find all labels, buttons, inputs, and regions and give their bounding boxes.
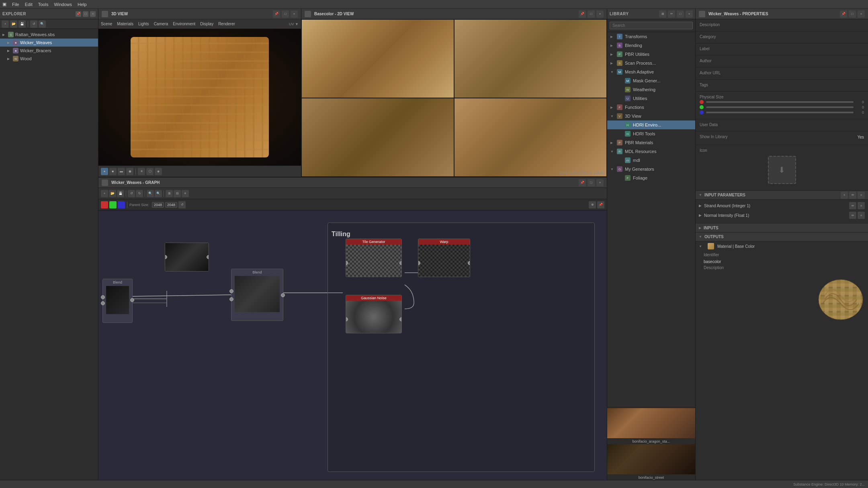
lib-item-blending[interactable]: ▶ B Blending	[607, 41, 695, 50]
lib-item-mdl[interactable]: m mdl	[607, 156, 695, 165]
lib-item-hdri-environ[interactable]: H HDRI Enviro...	[607, 120, 695, 129]
menu-tools[interactable]: Tools	[38, 2, 49, 7]
lib-thumb-1[interactable]: bonifacio_aragon_sta...	[607, 408, 695, 444]
tree-item-wicker-bracers[interactable]: ▶ ■ Wicker_Bracers	[0, 47, 98, 55]
library-tb-1[interactable]: ⊞	[659, 10, 666, 18]
blend-node-2[interactable]: Blend	[231, 269, 283, 321]
view-3d-menu-environment[interactable]: Environment	[173, 22, 195, 26]
props-size-z-slider[interactable]	[706, 112, 854, 113]
view-3d-menu-camera[interactable]: Camera	[154, 22, 168, 26]
explorer-new-btn[interactable]: +	[2, 20, 9, 28]
graph-tb-zoomin[interactable]: 🔍	[147, 190, 154, 197]
graph-tb-save[interactable]: 💾	[117, 190, 124, 197]
tree-item-wicker-weaves[interactable]: ▶ ■ Wicker_Weaves	[0, 39, 98, 47]
explorer-save-btn[interactable]: 💾	[18, 20, 26, 28]
blend1-in1[interactable]	[101, 295, 105, 299]
view-3d-menu-materials[interactable]: Materials	[117, 22, 133, 26]
input-params-del[interactable]: ×	[858, 192, 865, 199]
graph-tb-color2[interactable]	[109, 201, 117, 208]
lib-item-transforms[interactable]: ▶ T Transforms	[607, 32, 695, 41]
lib-item-scan[interactable]: ▶ S Scan Process...	[607, 59, 695, 67]
graph-tb-undo[interactable]: ↺	[128, 190, 135, 197]
graph-canvas[interactable]: Tilling Blend	[98, 210, 607, 480]
lib-item-hdri-tools[interactable]: H HDRI Tools	[607, 129, 695, 138]
graph-tb-new[interactable]: +	[101, 190, 108, 197]
props-size-y-slider[interactable]	[706, 106, 854, 108]
explorer-close-icon[interactable]: ×	[90, 11, 96, 17]
view-3d-tb-sphere[interactable]: ●	[101, 168, 108, 175]
lib-item-utilities[interactable]: U Utilities	[607, 94, 695, 103]
graph-node-tile-gen[interactable]: Tile Generator	[346, 239, 402, 277]
blend1-out[interactable]	[130, 298, 134, 302]
graph-float[interactable]: □	[588, 179, 595, 186]
menu-edit[interactable]: Edit	[25, 2, 33, 7]
graph-tb-zoomout[interactable]: 🔍	[155, 190, 162, 197]
blend2-in2[interactable]	[229, 297, 233, 301]
view-3d-menu-lights[interactable]: Lights	[138, 22, 149, 26]
graph-tb-pin[interactable]: 📌	[597, 201, 604, 208]
lib-thumb-2[interactable]: bonifacio_street	[607, 444, 695, 480]
tree-item-wood[interactable]: ▶ W Wood	[0, 55, 98, 63]
explorer-pin-icon[interactable]: 📌	[76, 11, 81, 17]
input-params-add[interactable]: +	[841, 192, 848, 199]
menu-windows[interactable]: Windows	[54, 2, 72, 7]
graph-parent-size-dropdown[interactable]: 2048	[152, 202, 164, 208]
graph-pin[interactable]: 📌	[579, 179, 586, 186]
props-size-x-slider[interactable]	[706, 101, 854, 103]
lib-item-mask-gen[interactable]: M Mask Gener...	[607, 76, 695, 85]
explorer-search-btn[interactable]: 🔍	[39, 20, 46, 28]
view-3d-tb-env[interactable]: ☀	[138, 168, 145, 175]
input-params-edit[interactable]: ✏	[849, 192, 856, 199]
view-3d-content[interactable]	[98, 29, 301, 165]
library-close[interactable]: ×	[686, 10, 693, 18]
lib-item-functions[interactable]: ▶ F Functions	[607, 103, 695, 112]
graph-tb-redo[interactable]: ↻	[136, 190, 143, 197]
view-2d-content[interactable]: 2048 x 2048 (RGBA, 16bpc)	[301, 19, 607, 177]
library-search-input[interactable]	[610, 22, 693, 29]
param-strand-del[interactable]: ×	[858, 202, 865, 209]
view-2d-close[interactable]: ×	[596, 10, 604, 18]
view-2d-float[interactable]: □	[588, 10, 595, 18]
view-3d-close[interactable]: ×	[291, 10, 298, 18]
lib-item-my-gen[interactable]: ▼ G My Generators	[607, 165, 695, 174]
lib-item-mdl-res[interactable]: ▼ R MDL Resources	[607, 147, 695, 156]
connector-black-out[interactable]	[207, 255, 209, 259]
graph-output-size-dropdown[interactable]: 2048	[165, 202, 177, 208]
props-icon-preview[interactable]: ⬇	[768, 156, 796, 184]
gaussian-out[interactable]	[399, 317, 402, 321]
blend1-in2[interactable]	[101, 301, 105, 305]
library-float[interactable]: □	[677, 10, 684, 18]
view-3d-tb-plane[interactable]: ▬	[118, 168, 125, 175]
explorer-open-btn[interactable]: 📂	[10, 20, 17, 28]
view-3d-float[interactable]: □	[282, 10, 289, 18]
lib-item-mesh-adaptive[interactable]: ▼ M Mesh Adaptive	[607, 67, 695, 76]
lib-item-weathering[interactable]: W Weathering	[607, 85, 695, 94]
inputs-section-header[interactable]: ▶ INPUTS	[696, 224, 868, 233]
props-float[interactable]: □	[849, 10, 856, 18]
param-normal-del[interactable]: ×	[858, 212, 865, 219]
graph-tb-link[interactable]: ⊕	[589, 201, 596, 208]
view-2d-pin[interactable]: 📌	[579, 10, 586, 18]
graph-tb-align[interactable]: ≡	[182, 190, 189, 197]
view-3d-tb-cyl[interactable]: ◉	[126, 168, 133, 175]
graph-node-gaussian[interactable]: Gaussian Noise	[346, 295, 402, 333]
graph-tb-open[interactable]: 📂	[109, 190, 116, 197]
lib-item-pbr-util[interactable]: ▶ P PBR Utilities	[607, 50, 695, 59]
tile-gen-out[interactable]	[399, 261, 402, 265]
graph-tb-refresh[interactable]: ↺	[178, 201, 186, 208]
lib-item-3dview[interactable]: ▼ V 3D View	[607, 112, 695, 120]
view-3d-tb-cube[interactable]: ■	[109, 168, 117, 175]
view-3d-tb-wire[interactable]: ⬡	[146, 168, 154, 175]
library-tb-2[interactable]: ✏	[668, 10, 675, 18]
outputs-section-header[interactable]: ▼ OUTPUTS	[696, 233, 868, 241]
output-basecolor-item[interactable]: ▼ Material | Base Color	[696, 241, 868, 251]
graph-tb-grid[interactable]: ⊞	[166, 190, 173, 197]
view-3d-menu-renderer[interactable]: Renderer	[218, 22, 235, 26]
menu-file[interactable]: File	[12, 2, 19, 7]
explorer-float-icon[interactable]: □	[83, 11, 88, 17]
blend2-out[interactable]	[281, 293, 285, 297]
view-3d-pin[interactable]: 📌	[273, 10, 280, 18]
graph-tb-layout[interactable]: ⊟	[174, 190, 181, 197]
view-3d-menu-scene[interactable]: Scene	[101, 22, 112, 26]
param-normal-edit[interactable]: ✏	[849, 212, 856, 219]
